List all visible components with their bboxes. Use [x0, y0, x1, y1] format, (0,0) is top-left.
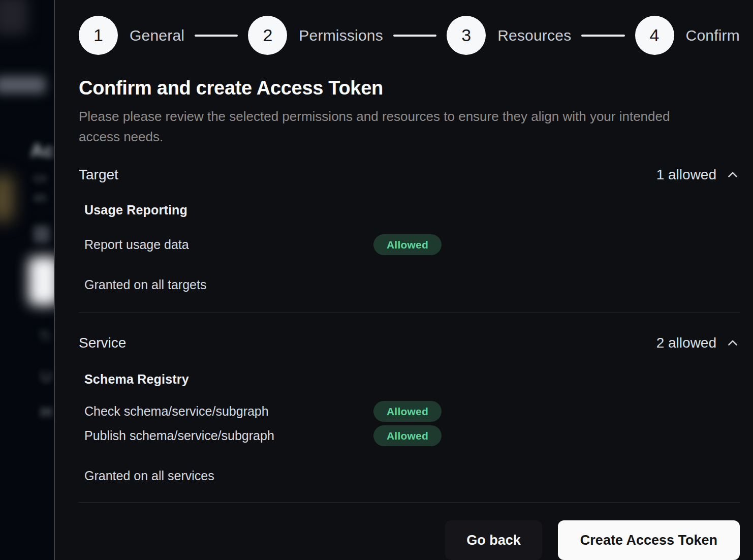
step-3-label: Resources	[497, 27, 571, 44]
screen: Ac co as Ti U H 1 General 2 Permissions …	[0, 0, 753, 560]
group-heading: Schema Registry	[84, 372, 740, 387]
modal-footer: Go back Create Access Token	[79, 520, 740, 560]
permission-row: Report usage data Allowed	[84, 234, 740, 255]
service-section-header: Service 2 allowed	[79, 334, 740, 352]
permission-row: Publish schema/service/subgraph Allowed	[84, 425, 740, 446]
blurred-label: H	[41, 403, 52, 421]
blurred-label: U	[41, 368, 52, 385]
step-4-label: Confirm	[686, 27, 740, 44]
allowed-badge: Allowed	[373, 401, 442, 422]
service-allowed-count: 2 allowed	[656, 335, 716, 351]
permission-label: Report usage data	[84, 237, 373, 252]
service-permission-group: Schema Registry Check schema/service/sub…	[84, 352, 740, 446]
target-collapse-toggle[interactable]: 1 allowed	[656, 167, 740, 183]
blurred-button	[28, 257, 54, 305]
step-confirm[interactable]: 4 Confirm	[635, 16, 740, 55]
wizard-stepper: 1 General 2 Permissions 3 Resources 4 Co…	[79, 16, 740, 55]
target-allowed-count: 1 allowed	[656, 167, 716, 183]
blurred-paragraph-text: as	[34, 190, 46, 204]
step-connector	[581, 35, 624, 37]
permission-rows: Report usage data Allowed	[84, 234, 740, 255]
step-permissions[interactable]: 2 Permissions	[248, 16, 383, 55]
group-heading: Usage Reporting	[84, 203, 740, 217]
step-connector	[393, 35, 436, 37]
chevron-up-icon	[726, 168, 740, 182]
background-page: Ac co as Ti U H	[0, 0, 54, 560]
step-2-circle: 2	[248, 16, 287, 55]
permission-rows: Check schema/service/subgraph Allowed Pu…	[84, 401, 740, 446]
blurred-label: Ti	[39, 328, 50, 345]
step-general[interactable]: 1 General	[79, 16, 184, 55]
section-divider	[79, 313, 740, 313]
blurred-breadcrumb	[0, 76, 46, 94]
chevron-up-icon	[726, 336, 740, 350]
step-2-label: Permissions	[299, 27, 383, 44]
blurred-icon	[34, 226, 50, 243]
target-section-header: Target 1 allowed	[79, 166, 740, 183]
page-title: Confirm and create Access Token	[79, 77, 740, 99]
step-1-label: General	[130, 27, 184, 44]
service-granted-note: Granted on all services	[84, 469, 740, 483]
target-permission-group: Usage Reporting Report usage data Allowe…	[84, 183, 740, 255]
blurred-warning-banner	[0, 175, 13, 221]
page-description: Please please review the selected permis…	[79, 106, 701, 147]
blurred-logo	[0, 0, 28, 35]
step-4-circle: 4	[635, 16, 674, 55]
permission-label: Check schema/service/subgraph	[84, 404, 373, 419]
blurred-paragraph-text: co	[34, 171, 46, 185]
footer-divider	[79, 502, 740, 503]
step-1-circle: 1	[79, 16, 118, 55]
step-resources[interactable]: 3 Resources	[447, 16, 571, 55]
go-back-button[interactable]: Go back	[445, 520, 542, 560]
service-collapse-toggle[interactable]: 2 allowed	[656, 335, 740, 351]
target-section-title: Target	[79, 167, 118, 183]
allowed-badge: Allowed	[373, 234, 442, 255]
allowed-badge: Allowed	[373, 425, 442, 446]
service-section-title: Service	[79, 335, 126, 351]
create-access-token-modal: 1 General 2 Permissions 3 Resources 4 Co…	[54, 0, 753, 560]
step-3-circle: 3	[447, 16, 486, 55]
blurred-heading-text: Ac	[30, 140, 54, 162]
create-access-token-button[interactable]: Create Access Token	[558, 520, 740, 560]
step-connector	[195, 35, 238, 37]
target-granted-note: Granted on all targets	[84, 277, 740, 292]
permission-row: Check schema/service/subgraph Allowed	[84, 401, 740, 422]
permission-label: Publish schema/service/subgraph	[84, 428, 373, 443]
